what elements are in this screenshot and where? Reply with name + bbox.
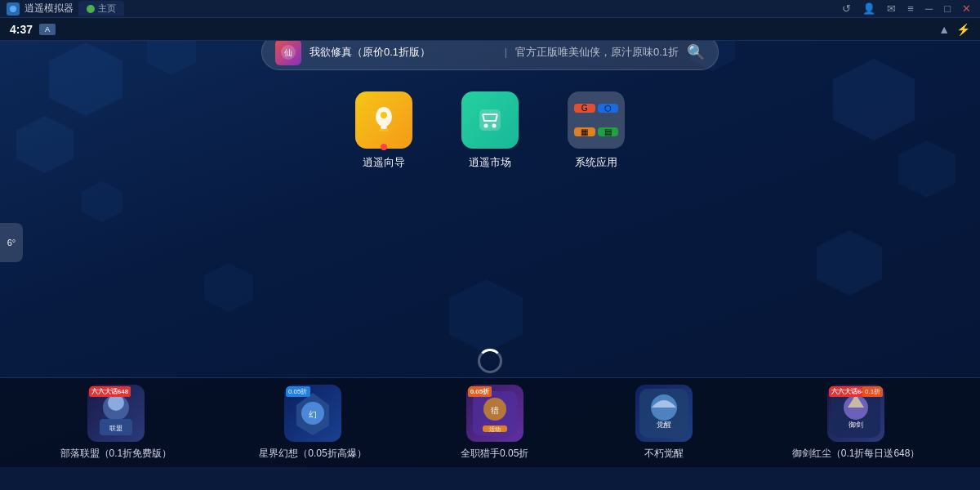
mail-button[interactable]: ✉ — [884, 2, 898, 16]
search-game-name: 我欲修真（原价0.1折版） — [310, 45, 497, 60]
svg-point-6 — [381, 112, 387, 118]
app-guide[interactable]: 逍遥向导 — [355, 91, 412, 170]
game-item-3[interactable]: 0.05折 猎 活动 全职猎手0.05折 — [454, 385, 536, 461]
svg-rect-5 — [379, 129, 389, 131]
search-divider: | — [505, 47, 507, 58]
hex-deco-8 — [204, 263, 253, 312]
market-label: 逍遥市场 — [469, 155, 511, 170]
svg-point-8 — [484, 124, 488, 128]
game-icon-5: 六六大话648 0.1折 御剑 — [827, 385, 884, 442]
browser-icon: ⬡ — [598, 104, 619, 113]
keyboard-icon: A — [39, 24, 56, 35]
hex-deco-1 — [49, 42, 122, 116]
app-system[interactable]: G ⬡ ▦ ▤ 系统应用 — [568, 91, 625, 170]
game-badge-3: 0.05折 — [468, 386, 492, 397]
side-btn-label: 6° — [7, 238, 16, 247]
search-subtitle: 官方正版唯美仙侠，原汁原味0.1折 — [515, 45, 679, 60]
restore-button[interactable]: □ — [942, 2, 953, 16]
svg-point-0 — [10, 6, 16, 12]
market-icon — [461, 91, 519, 149]
battery-icon: ⚡ — [956, 23, 970, 36]
hex-deco-3 — [16, 116, 74, 173]
window-controls: ↺ 👤 ✉ ≡ ─ □ ✕ — [840, 2, 973, 16]
game-label-2: 星界幻想（0.05折高爆） — [259, 447, 366, 461]
svg-point-9 — [492, 124, 497, 128]
time-display: 4:37 — [10, 23, 33, 36]
app-name: 逍遥模拟器 — [24, 2, 74, 16]
hex-deco-6 — [898, 140, 956, 198]
svg-rect-4 — [381, 126, 387, 129]
svg-text:幻: 幻 — [309, 410, 317, 419]
docs-icon: ▦ — [574, 127, 595, 136]
bottom-bar: 六六大话648 联盟 部落联盟（0.1折免费版） 0.05折 幻 — [0, 377, 980, 467]
search-button[interactable]: 🔍 — [687, 43, 705, 61]
search-game-icon: 仙 — [275, 39, 301, 65]
system-icon-wrapper: G ⬡ ▦ ▤ — [568, 91, 625, 149]
system-icon: G ⬡ ▦ ▤ — [568, 91, 625, 149]
game-item-5[interactable]: 六六大话648 0.1折 御剑 御剑红尘（0.1折每日送648） — [792, 385, 920, 461]
app-icon — [7, 2, 20, 16]
minimize-button[interactable]: ─ — [923, 2, 935, 16]
loading-spinner — [478, 349, 502, 373]
guide-icon-wrapper — [355, 91, 412, 149]
account-button[interactable]: 👤 — [860, 2, 878, 16]
hex-deco-5 — [833, 59, 915, 140]
status-bar: 4:37 A ▲ ⚡ — [0, 18, 980, 41]
system-label: 系统应用 — [575, 155, 617, 170]
svg-text:仙: 仙 — [284, 48, 292, 57]
game-item-1[interactable]: 六六大话648 联盟 部落联盟（0.1折免费版） — [60, 385, 172, 461]
guide-icon — [355, 91, 412, 149]
app-market[interactable]: 逍遥市场 — [461, 91, 519, 170]
svg-point-11 — [108, 394, 124, 411]
title-left: 逍遥模拟器 主页 — [7, 1, 124, 16]
game-badge-2: 0.05折 — [286, 386, 310, 397]
game-icon-3: 0.05折 猎 活动 — [466, 385, 523, 442]
market-icon-wrapper — [461, 91, 519, 149]
svg-text:猎: 猎 — [491, 406, 499, 415]
game-label-1: 部落联盟（0.1折免费版） — [60, 447, 172, 461]
game-label-5: 御剑红尘（0.1折每日送648） — [792, 447, 920, 461]
menu-button[interactable]: ≡ — [905, 2, 916, 16]
svg-text:活动: 活动 — [489, 426, 501, 432]
tab-label: 主页 — [98, 2, 116, 15]
game-icon-4: 觉醒 — [635, 385, 693, 442]
hex-deco-4 — [82, 181, 122, 222]
tab-indicator — [87, 5, 95, 13]
home-tab[interactable]: 主页 — [78, 1, 124, 16]
status-left: 4:37 A — [10, 23, 56, 36]
guide-label: 逍遥向导 — [363, 155, 405, 170]
main-area: 4:37 A ▲ ⚡ 仙 我欲修真（原价0.1折版） | 官方正版唯美仙侠，原汁… — [0, 18, 980, 467]
hex-deco-10 — [449, 279, 523, 353]
game-icon-2: 0.05折 幻 — [284, 385, 341, 442]
svg-text:联盟: 联盟 — [109, 425, 122, 432]
keyboard-label: A — [45, 25, 50, 33]
game-label-3: 全职猎手0.05折 — [461, 447, 528, 461]
close-button[interactable]: ✕ — [960, 2, 973, 16]
side-button[interactable]: 6° — [0, 223, 23, 262]
title-bar: 逍遥模拟器 主页 ↺ 👤 ✉ ≡ ─ □ ✕ — [0, 0, 980, 18]
wifi-icon: ▲ — [938, 23, 950, 36]
game-item-2[interactable]: 0.05折 幻 星界幻想（0.05折高爆） — [259, 385, 366, 461]
refresh-button[interactable]: ↺ — [840, 2, 853, 16]
game-label-4: 不朽觉醒 — [644, 447, 684, 461]
game-icon-1: 六六大话648 联盟 — [87, 385, 145, 442]
game-badge-1: 六六大话648 — [89, 386, 131, 397]
google-icon: G — [574, 104, 595, 113]
guide-dot — [381, 144, 387, 150]
hex-deco-7 — [817, 230, 882, 296]
game-item-4[interactable]: 觉醒 不朽觉醒 — [623, 385, 705, 461]
svg-text:御剑: 御剑 — [849, 421, 863, 429]
files-icon: ▤ — [598, 127, 619, 136]
status-right: ▲ ⚡ — [938, 23, 970, 36]
apps-grid: 逍遥向导 逍遥市场 G ⬡ — [355, 91, 625, 170]
spinner-circle — [478, 349, 502, 373]
game-badge-5b: 0.1折 — [862, 386, 883, 397]
svg-text:觉醒: 觉醒 — [657, 421, 671, 429]
